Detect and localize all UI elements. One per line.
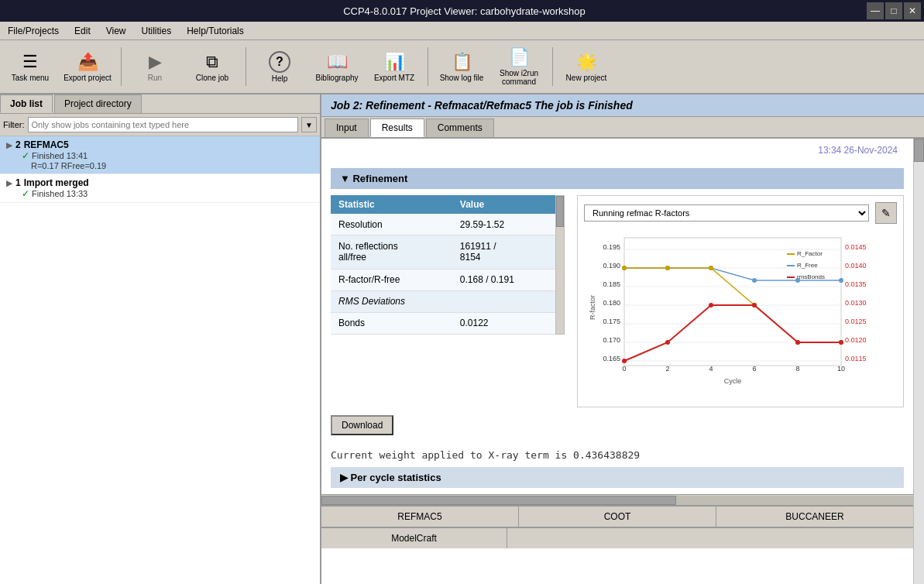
per-cycle-title: ▶ Per cycle statistics <box>340 472 441 483</box>
svg-text:0.165: 0.165 <box>603 355 620 362</box>
main-layout: Job list Project directory Filter: ▼ ▶ 2… <box>0 94 924 584</box>
bibliography-icon: 📖 <box>327 52 348 72</box>
export-project-label: Export project <box>64 74 112 82</box>
content-tabs: Input Results Comments <box>321 117 924 139</box>
toolbar: ☰ Task menu 📤 Export project ▶ Run ⧉ Clo… <box>0 40 924 94</box>
bottom-tab-coot[interactable]: COOT <box>519 507 716 527</box>
svg-text:0.180: 0.180 <box>603 299 620 307</box>
table-row: RMS Deviations <box>331 290 555 312</box>
task-menu-button[interactable]: ☰ Task menu <box>3 42 57 91</box>
table-scrollbar[interactable] <box>555 195 565 335</box>
export-project-button[interactable]: 📤 Export project <box>60 42 115 91</box>
new-project-label: New project <box>566 74 607 82</box>
minimize-button[interactable]: — <box>867 2 884 19</box>
job-1-id: 1 <box>15 177 21 188</box>
job-list: ▶ 2 REFMAC5 ✓ Finished 13:41 R=0.17 RFre… <box>0 136 320 584</box>
run-label: Run <box>148 74 162 82</box>
svg-rect-48 <box>787 253 795 255</box>
show-log-file-icon: 📋 <box>452 52 472 72</box>
task-menu-label: Task menu <box>12 74 49 82</box>
svg-text:0.0130: 0.0130 <box>845 299 867 307</box>
window-controls: — □ ✕ <box>867 2 924 19</box>
job-1-header: ▶ 1 Import merged <box>6 177 314 188</box>
svg-text:0.0145: 0.0145 <box>845 243 867 251</box>
menu-utilities[interactable]: Utilities <box>137 24 177 38</box>
svg-text:0.190: 0.190 <box>603 262 620 270</box>
job-item-2[interactable]: ▶ 2 REFMAC5 ✓ Finished 13:41 R=0.17 RFre… <box>0 136 320 174</box>
job-2-id: 2 <box>15 139 21 150</box>
menu-help-tutorials[interactable]: Help/Tutorials <box>182 24 249 38</box>
refinement-title: ▼ Refinement <box>340 173 407 184</box>
menu-edit[interactable]: Edit <box>70 24 95 38</box>
refinement-section-header: ▼ Refinement <box>331 168 904 189</box>
menubar: File/Projects Edit View Utilities Help/T… <box>0 22 924 40</box>
vertical-scrollbar[interactable] <box>913 139 924 584</box>
show-i2run-button[interactable]: 📄 Show i2run command <box>492 42 546 91</box>
toolbar-divider-3 <box>428 47 428 86</box>
horizontal-scrollbar[interactable] <box>321 494 913 505</box>
bottom-tab-modelcraft[interactable]: ModelCraft <box>321 528 507 548</box>
filter-input[interactable] <box>28 117 299 132</box>
svg-text:R_Factor: R_Factor <box>797 250 823 257</box>
left-panel: Job list Project directory Filter: ▼ ▶ 2… <box>0 94 321 584</box>
tab-job-list[interactable]: Job list <box>0 94 53 113</box>
help-label: Help <box>272 74 288 83</box>
svg-text:0: 0 <box>622 365 626 373</box>
svg-point-47 <box>839 340 843 345</box>
chart-edit-button[interactable]: ✎ <box>875 202 897 224</box>
job-1-status: ✓ Finished 13:33 <box>6 188 314 199</box>
checkmark-1: ✓ <box>22 188 29 199</box>
help-button[interactable]: ? Help <box>252 42 307 91</box>
table-row: Bonds 0.0122 <box>331 312 555 334</box>
col-value: Value <box>452 195 555 214</box>
run-button[interactable]: ▶ Run <box>128 42 182 91</box>
bottom-tab-refmac5[interactable]: REFMAC5 <box>321 507 519 527</box>
right-panel: Job 2: Refinement - Refmacat/Refmac5 The… <box>321 94 924 584</box>
stat-rfactor-value: 0.168 / 0.191 <box>452 269 555 290</box>
show-i2run-icon: 📄 <box>509 47 530 67</box>
stat-reflections-label: No. reflectionsall/free <box>331 235 452 270</box>
job-2-status: ✓ Finished 13:41 <box>6 150 314 161</box>
job-2-detail: R=0.17 RFree=0.19 <box>6 161 314 170</box>
filter-dropdown-button[interactable]: ▼ <box>301 117 317 132</box>
tab-comments[interactable]: Comments <box>426 119 494 137</box>
tab-project-directory[interactable]: Project directory <box>54 94 142 113</box>
tab-input[interactable]: Input <box>325 119 369 137</box>
chart-dropdown[interactable]: Running refmac R-factors R-factors Bonds… <box>584 204 869 222</box>
svg-text:0.0135: 0.0135 <box>845 280 867 288</box>
clone-job-button[interactable]: ⧉ Clone job <box>185 42 239 91</box>
svg-text:6: 6 <box>752 365 756 373</box>
close-button[interactable]: ✕ <box>904 2 921 19</box>
checkmark-2: ✓ <box>22 150 29 161</box>
svg-text:0.185: 0.185 <box>603 280 620 288</box>
table-row: R-factor/R-free 0.168 / 0.191 <box>331 269 555 290</box>
job-item-1[interactable]: ▶ 1 Import merged ✓ Finished 13:33 <box>0 174 320 203</box>
vertical-scrollbar-track <box>914 139 924 584</box>
bottom-tab-buccaneer[interactable]: BUCCANEER <box>716 507 913 527</box>
stat-reflections-value: 161911 /8154 <box>452 235 555 270</box>
svg-text:R_Free: R_Free <box>797 262 818 269</box>
maximize-button[interactable]: □ <box>885 2 902 19</box>
new-project-icon: 🌟 <box>576 52 597 72</box>
download-button[interactable]: Download <box>331 415 393 435</box>
svg-point-44 <box>709 303 713 307</box>
svg-text:0.170: 0.170 <box>603 336 620 344</box>
clone-job-icon: ⧉ <box>206 52 218 72</box>
new-project-button[interactable]: 🌟 New project <box>559 42 613 91</box>
content-area: 13:34 26-Nov-2024 ▼ Refinement Statistic <box>321 139 913 584</box>
svg-point-33 <box>752 278 757 283</box>
show-log-file-label: Show log file <box>440 74 484 82</box>
bibliography-button[interactable]: 📖 Bibliography <box>310 42 364 91</box>
show-log-file-button[interactable]: 📋 Show log file <box>435 42 489 91</box>
menu-view[interactable]: View <box>101 24 131 38</box>
show-i2run-label: Show i2run command <box>494 69 544 86</box>
menu-file-projects[interactable]: File/Projects <box>3 24 64 38</box>
titlebar: CCP4-8.0.017 Project Viewer: carbohydrat… <box>0 0 924 22</box>
statistics-table: Statistic Value Resolution 29.59-1.52 <box>331 195 555 335</box>
svg-text:0.0125: 0.0125 <box>845 318 867 325</box>
export-mtz-icon: 📊 <box>384 52 405 72</box>
export-mtz-button[interactable]: 📊 Export MTZ <box>367 42 421 91</box>
tab-results[interactable]: Results <box>370 119 424 137</box>
timestamp: 13:34 26-Nov-2024 <box>321 139 913 162</box>
svg-text:4: 4 <box>709 365 713 373</box>
